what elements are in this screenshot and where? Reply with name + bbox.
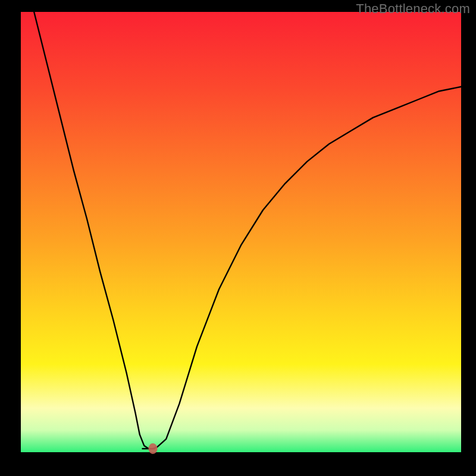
bottleneck-curve: [34, 12, 461, 449]
curve-overlay: [21, 12, 461, 452]
minimum-marker: [149, 443, 158, 454]
chart-frame: TheBottleneck.com: [0, 0, 476, 476]
watermark-text: TheBottleneck.com: [356, 1, 470, 17]
